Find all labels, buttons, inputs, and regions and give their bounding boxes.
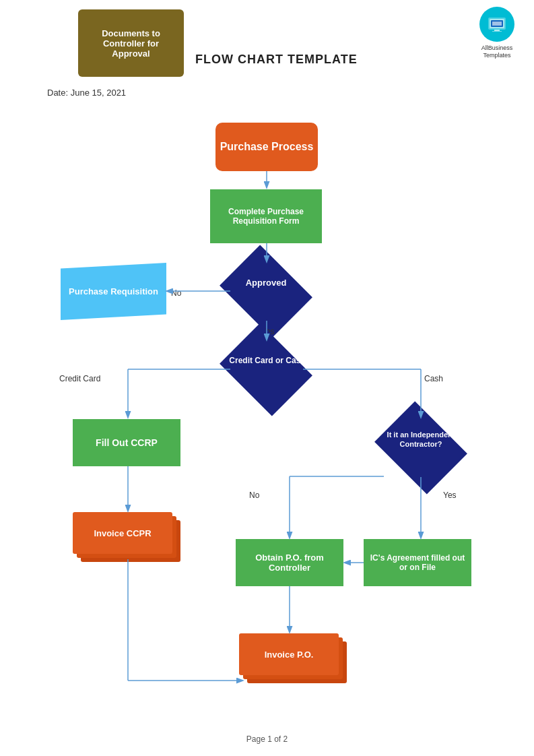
label-no-approved: No [171, 288, 181, 298]
label-yes-ic: Yes [443, 491, 457, 500]
label-credit-card: Credit Card [59, 374, 100, 383]
page-number: Page 1 of 2 [246, 734, 288, 744]
header-box-text: Documents to Controller for Approval [84, 28, 178, 59]
logo-text: AllBusinessTemplates [473, 44, 521, 59]
node-invoice-po: Invoice P.O. [239, 633, 343, 679]
header-box: Documents to Controller for Approval [78, 9, 184, 77]
svg-rect-3 [492, 22, 502, 26]
date-label: Date: June 15, 2021 [47, 88, 126, 98]
label-cash: Cash [424, 374, 443, 383]
node-invoice-ccpr: Invoice CCPR [73, 512, 177, 558]
node-fill-ccrp: Fill Out CCRP [73, 419, 180, 466]
diamond-approved [220, 245, 312, 338]
diamond-ic [374, 402, 467, 495]
node-complete-form: Complete Purchase Requisition Form [210, 189, 322, 243]
node-obtain-po: Obtain P.O. from Controller [236, 539, 343, 586]
page-title: FLOW CHART TEMPLATE [195, 53, 358, 67]
logo-icon [487, 14, 507, 34]
svg-rect-4 [494, 30, 500, 31]
node-purchase-process: Purchase Process [215, 123, 318, 171]
node-ica: IC's Agreement filled out or on File [364, 539, 471, 586]
svg-rect-5 [492, 31, 502, 32]
label-no-ic: No [249, 491, 259, 500]
node-purchase-req: Purchase Requisition [61, 263, 166, 320]
logo-area: AllBusinessTemplates [473, 7, 521, 59]
diamond-cc [220, 323, 312, 416]
logo-circle [479, 7, 514, 42]
